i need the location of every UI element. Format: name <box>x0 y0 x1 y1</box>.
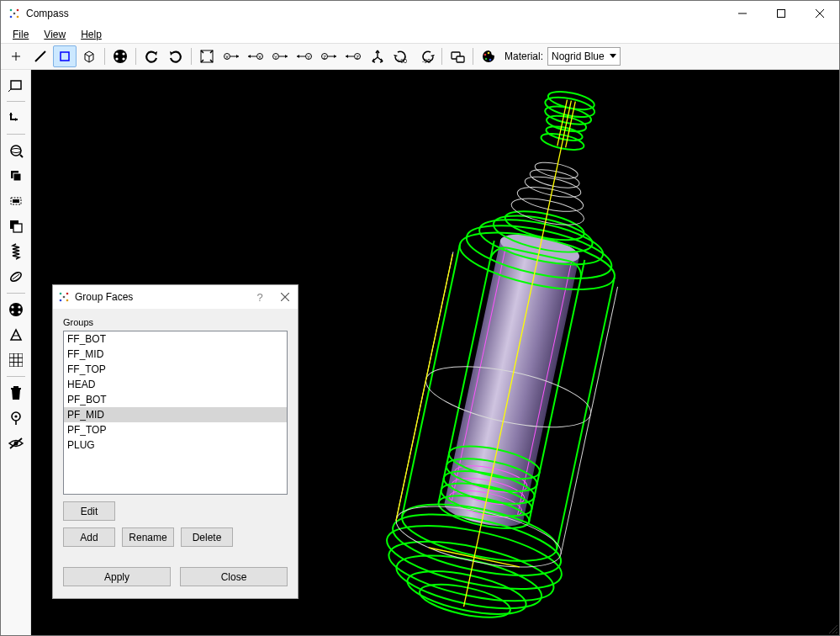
svg-text:X: X <box>225 55 229 60</box>
svg-point-135 <box>66 299 69 302</box>
select-edge-tool[interactable] <box>29 45 52 67</box>
view-neg-x-tool[interactable]: X <box>219 45 243 67</box>
groups-label: Groups <box>63 317 288 327</box>
resize-grip-icon[interactable] <box>827 623 838 634</box>
rotate-plus90-tool[interactable]: +90 <box>390 45 414 67</box>
dialog-titlebar[interactable]: Group Faces ? <box>53 285 298 309</box>
layers-tool[interactable] <box>4 164 28 188</box>
svg-text:Z: Z <box>323 55 326 60</box>
svg-point-1 <box>17 9 19 12</box>
list-item[interactable]: PF_MID <box>64 407 287 422</box>
edit-button[interactable]: Edit <box>63 501 115 521</box>
svg-point-50 <box>11 146 21 156</box>
svg-point-0 <box>10 9 13 12</box>
select-face-tool[interactable] <box>53 45 77 67</box>
view-neg-z-tool[interactable]: Z <box>317 45 341 67</box>
svg-point-2 <box>10 16 13 19</box>
list-item[interactable]: HEAD <box>64 377 287 392</box>
svg-text:Y: Y <box>307 55 310 60</box>
menu-view[interactable]: View <box>37 27 72 42</box>
list-item[interactable]: FF_MID <box>64 347 287 362</box>
view-x-tool[interactable]: X <box>244 45 267 67</box>
svg-rect-12 <box>61 52 69 61</box>
svg-line-61 <box>16 274 19 277</box>
titlebar[interactable]: Compass <box>1 1 839 26</box>
rotate-minus90-tool[interactable]: -90 <box>415 45 438 67</box>
section-tool[interactable] <box>4 189 28 213</box>
group-faces-dialog[interactable]: Group Faces ? Groups FF_BOTFF_MIDFF_TOPH… <box>52 284 298 599</box>
svg-point-79 <box>14 415 17 417</box>
dialog-close-button[interactable] <box>272 286 298 308</box>
toolbar-horizontal: X X Y Y Z Z +90 -90 Material: Nogrid Blu… <box>1 43 839 70</box>
move-tool[interactable] <box>4 106 28 130</box>
svg-point-3 <box>17 16 19 19</box>
svg-point-17 <box>122 57 124 60</box>
render-mode-tool[interactable] <box>4 298 28 321</box>
screenshot-tool[interactable] <box>446 45 469 67</box>
list-item[interactable]: FF_BOT <box>64 331 287 347</box>
list-item[interactable]: FF_TOP <box>64 362 287 377</box>
svg-line-121 <box>561 287 618 554</box>
list-item[interactable]: PF_BOT <box>64 392 287 407</box>
view-neg-y-tool[interactable]: Y <box>268 45 292 67</box>
svg-text:Z: Z <box>356 55 359 60</box>
svg-rect-54 <box>13 173 21 181</box>
perspective-tool[interactable] <box>4 323 28 347</box>
material-dropdown[interactable]: Nogrid Blue <box>547 47 621 66</box>
undo-button[interactable] <box>140 45 163 67</box>
color-palette-tool[interactable] <box>477 45 500 67</box>
minimize-button[interactable] <box>723 1 762 26</box>
delete-button[interactable]: Delete <box>181 527 233 547</box>
pin-tool[interactable] <box>4 406 28 430</box>
svg-point-66 <box>18 310 20 313</box>
svg-rect-43 <box>457 56 464 62</box>
svg-rect-76 <box>13 386 18 388</box>
close-dialog-button[interactable]: Close <box>180 567 288 586</box>
svg-point-63 <box>11 305 13 308</box>
rename-button[interactable]: Rename <box>122 527 174 547</box>
redo-button[interactable] <box>164 45 188 67</box>
svg-rect-56 <box>13 199 19 203</box>
sphere-tool[interactable] <box>4 139 28 162</box>
apply-button[interactable]: Apply <box>63 567 171 586</box>
svg-point-44 <box>484 54 487 56</box>
maximize-button[interactable] <box>762 1 800 26</box>
svg-text:+90: +90 <box>397 58 407 64</box>
view-iso-tool[interactable] <box>366 45 389 67</box>
view-z-tool[interactable]: Z <box>341 45 365 67</box>
boolean-tool[interactable] <box>4 215 28 238</box>
svg-text:X: X <box>258 55 262 60</box>
grid-tool[interactable] <box>4 348 28 372</box>
add-button[interactable]: Add <box>63 527 115 547</box>
menu-help[interactable]: Help <box>74 27 108 42</box>
view-y-tool[interactable]: Y <box>293 45 316 67</box>
svg-line-128 <box>429 548 520 567</box>
measure-tool[interactable] <box>4 265 28 289</box>
svg-point-16 <box>115 57 118 60</box>
dialog-help-button[interactable]: ? <box>247 286 272 308</box>
svg-point-4 <box>13 13 16 15</box>
svg-point-134 <box>60 299 62 302</box>
select-body-tool[interactable] <box>77 45 101 67</box>
svg-rect-58 <box>13 224 22 232</box>
list-item[interactable]: PF_TOP <box>64 422 287 437</box>
spring-tool[interactable] <box>4 240 28 263</box>
app-icon <box>8 7 21 20</box>
svg-line-52 <box>20 155 23 157</box>
toolbar-vertical <box>1 70 31 635</box>
svg-rect-48 <box>11 81 21 89</box>
fit-view-tool[interactable] <box>195 45 219 67</box>
svg-point-136 <box>63 296 66 299</box>
visibility-tool[interactable] <box>4 432 28 455</box>
window-title: Compass <box>26 8 723 19</box>
select-point-tool[interactable] <box>4 45 28 67</box>
menu-file[interactable]: File <box>6 27 35 42</box>
list-item[interactable]: PLUG <box>64 437 287 453</box>
rect-select-tool[interactable] <box>4 73 28 97</box>
svg-line-131 <box>836 632 837 633</box>
groups-listbox[interactable]: FF_BOTFF_MIDFF_TOPHEADPF_BOTPF_MIDPF_TOP… <box>63 331 288 495</box>
close-button[interactable] <box>800 1 839 26</box>
delete-tool[interactable] <box>4 381 28 405</box>
reset-view-tool[interactable] <box>108 45 132 67</box>
svg-point-62 <box>9 303 23 316</box>
